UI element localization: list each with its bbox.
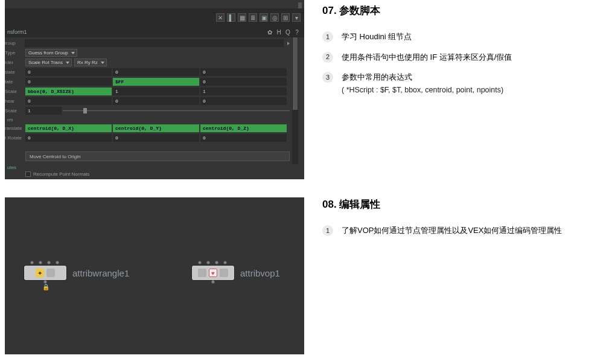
parm-label-order: rder	[5, 60, 25, 65]
chevron-down-icon[interactable]: ▾	[292, 13, 301, 22]
node-attribwrangle[interactable]: ✦ 🔒 attribwrangle1	[24, 266, 129, 280]
search-icon[interactable]: Q	[284, 28, 292, 36]
node-label: attribvop1	[240, 268, 280, 278]
list-icon[interactable]: ≣	[249, 13, 257, 22]
parm-folder-header[interactable]: rm	[5, 116, 290, 124]
parm-label-scale: Scale	[5, 89, 25, 94]
parm-slider[interactable]	[63, 107, 290, 115]
objective-text: 使用条件语句中也使用的 IF 运算符来区分真/假值	[342, 51, 606, 63]
section07-objectives: 1 学习 Houdini 组节点 2 使用条件语句中也使用的 IF 运算符来区分…	[322, 31, 606, 95]
parameter-panel-screenshot: ✕ ▌ ▦ ≣ ▣ ◎ ⊞ ▾ nsform1 ✿ H Q ?	[5, 0, 304, 179]
parm-field-expr[interactable]: bbox(0, D_XSIZE)	[25, 88, 112, 95]
node-input-pins	[198, 261, 227, 264]
section08-title: 08. 编辑属性	[322, 197, 606, 211]
node-box-icon	[198, 269, 206, 277]
number-badge: 1	[322, 31, 333, 42]
info-icon[interactable]: ⊞	[281, 13, 290, 22]
section08-objectives: 1 了解VOP如何通过节点管理属性以及VEX如何通过编码管理属性	[322, 225, 606, 237]
objective-subtext: ( *HScript : $F, $T, bbox, centroid, poi…	[342, 85, 606, 96]
panel-toolbar: ✕ ▌ ▦ ≣ ▣ ◎ ⊞ ▾	[5, 8, 304, 27]
parm-field[interactable]: 0	[200, 134, 287, 142]
node-graph-screenshot: ✦ 🔒 attribwrangle1 ♥	[5, 197, 304, 354]
parm-label-trotate: t Rotate	[5, 135, 25, 141]
checkbox-label: Recompute Point Normals	[33, 171, 89, 177]
number-badge: 2	[322, 52, 333, 63]
parm-select-order1[interactable]: Scale Rot Trans	[25, 59, 72, 66]
parm-field[interactable]: 0	[25, 134, 112, 142]
node-label: attribwrangle1	[72, 268, 129, 278]
slider-thumb[interactable]	[83, 108, 87, 113]
node-output-pin	[211, 280, 215, 284]
node-input-pins	[30, 261, 59, 264]
objective-text: 参数中常用的表达式 ( *HScript : $F, $T, bbox, cen…	[342, 71, 606, 95]
parm-field-expr[interactable]: centroid(0, D_Z)	[200, 124, 287, 132]
objective-item: 1 学习 Houdini 组节点	[322, 31, 606, 43]
box-icon[interactable]: ▣	[260, 13, 268, 22]
number-badge: 1	[322, 225, 333, 236]
objective-item: 1 了解VOP如何通过节点管理属性以及VEX如何通过编码管理属性	[322, 225, 606, 237]
flag-icon[interactable]: ▌	[227, 13, 235, 22]
section07-text: 07. 参数脚本 1 学习 Houdini 组节点 2 使用条件语句中也使用的 …	[322, 0, 606, 179]
parm-label-hear: hear	[5, 98, 25, 104]
scrollbar-thumb[interactable]	[293, 37, 298, 110]
parm-field[interactable]: 0	[200, 68, 287, 76]
panel-body: iroup Type Guess from Group rder Scale R…	[5, 37, 290, 179]
parm-label-type: Type	[5, 50, 25, 56]
parm-label-ranslate: ranslate	[5, 126, 25, 131]
group-picker-icon[interactable]	[287, 42, 290, 45]
node-box-icon	[220, 269, 228, 277]
parm-checkbox-row[interactable]: Recompute Point Normals	[25, 171, 290, 177]
lock-icon: 🔒	[42, 284, 49, 290]
section07-title: 07. 参数脚本	[322, 4, 606, 18]
number-badge: 3	[322, 72, 333, 83]
parm-field[interactable]: 0	[113, 68, 199, 76]
gear-icon[interactable]: ✿	[266, 28, 273, 36]
node-name: nsform1	[7, 29, 27, 35]
parm-field-expr[interactable]: $FF	[113, 78, 199, 86]
objective-item: 3 参数中常用的表达式 ( *HScript : $F, $T, bbox, c…	[322, 71, 606, 95]
parm-field[interactable]: 0	[25, 68, 112, 76]
wrangle-icon: ✦	[36, 269, 44, 277]
node-title-bar: nsform1 ✿ H Q ?	[5, 27, 304, 37]
vop-icon: ♥	[209, 269, 217, 277]
parm-select-order2[interactable]: Rx Ry Rz	[74, 59, 107, 66]
objective-item: 2 使用条件语句中也使用的 IF 运算符来区分真/假值	[322, 51, 606, 63]
grid-icon[interactable]: ▦	[238, 13, 246, 22]
parm-field[interactable]: 0	[200, 78, 287, 86]
section08-text: 08. 编辑属性 1 了解VOP如何通过节点管理属性以及VEX如何通过编码管理属…	[322, 179, 606, 354]
node-body[interactable]: ♥	[192, 266, 234, 280]
wrench-icon[interactable]: ✕	[216, 13, 225, 22]
parm-label-tate: tate	[5, 79, 25, 85]
parm-field[interactable]: 0	[113, 134, 199, 142]
parm-field-group[interactable]	[25, 39, 284, 47]
parm-field[interactable]: 0	[25, 78, 112, 86]
parm-field[interactable]: 1	[113, 88, 199, 95]
checkbox-icon[interactable]	[25, 171, 31, 177]
move-centroid-button[interactable]: Move Centroid to Origin	[25, 152, 290, 161]
parm-label-group: iroup	[5, 40, 25, 46]
node-box-icon	[46, 269, 55, 277]
parm-field[interactable]: 0	[25, 97, 112, 105]
parm-field[interactable]: 1	[200, 88, 287, 95]
parm-field-uscale[interactable]: 1	[25, 107, 62, 115]
objective-text: 学习 Houdini 组节点	[342, 31, 606, 43]
node-attribvop[interactable]: ♥ attribvop1	[192, 266, 280, 280]
help-icon[interactable]: ?	[293, 28, 301, 36]
parm-folder-header-utes[interactable]: utes	[5, 164, 290, 171]
parm-label-scale2: Scale	[5, 108, 25, 113]
mini-scrollbar	[298, 2, 302, 8]
node-body[interactable]: ✦	[24, 266, 66, 280]
parm-field-expr[interactable]: centroid(0, D_Y)	[113, 124, 199, 132]
objective-text: 了解VOP如何通过节点管理属性以及VEX如何通过编码管理属性	[342, 225, 606, 237]
parm-label-slate: slate	[5, 69, 25, 75]
parm-field[interactable]: 0	[200, 97, 287, 105]
parm-select-type[interactable]: Guess from Group	[25, 49, 77, 57]
target-icon[interactable]: ◎	[270, 13, 279, 22]
h-icon[interactable]: H	[275, 28, 282, 36]
parm-field-expr[interactable]: centroid(0, D_X)	[25, 124, 112, 132]
parm-field[interactable]: 0	[113, 97, 199, 105]
panel-scrollbar[interactable]	[292, 37, 298, 164]
